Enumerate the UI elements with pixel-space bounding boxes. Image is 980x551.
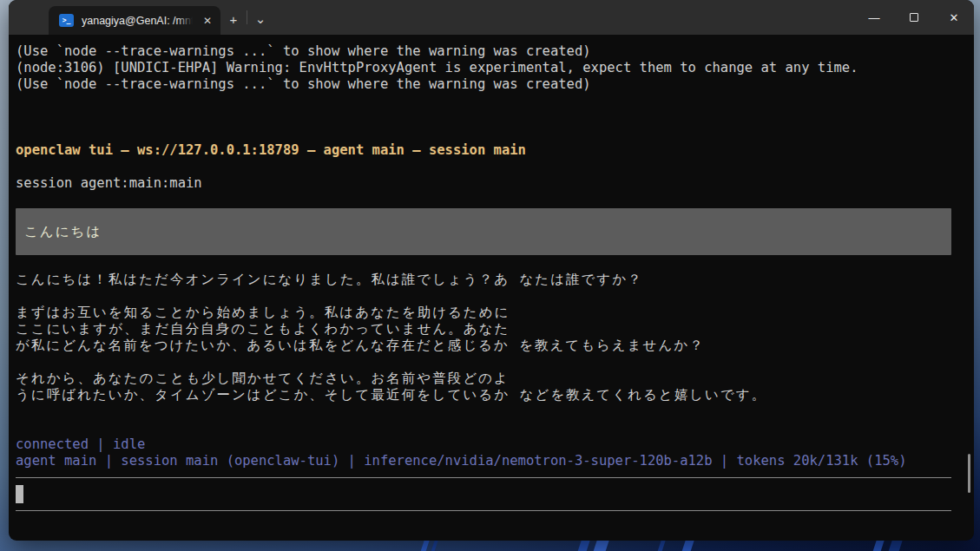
session-line: session agent:main:main bbox=[16, 175, 951, 192]
assistant-reply-line: お互いを知ることで、より良い協調ができるはずです。リラックスして 、おしゃべりし… bbox=[16, 420, 951, 436]
warning-line: (Use `node --trace-warnings ...` to show… bbox=[16, 76, 951, 93]
assistant-reply-line: まずはお互いを知ることから始めましょう。私はあなたを助けるために bbox=[16, 305, 951, 321]
blank-line bbox=[16, 126, 951, 142]
wallpaper-streak bbox=[682, 539, 695, 551]
wsl-shell-icon: >_ bbox=[59, 14, 74, 27]
new-tab-button[interactable]: + bbox=[220, 3, 247, 35]
maximize-button[interactable] bbox=[894, 0, 934, 35]
window-controls: — ✕ bbox=[854, 0, 974, 35]
assistant-reply-line: ここにいますが、まだ自分自身のこともよくわかっていません。あなた bbox=[16, 321, 951, 338]
blank-line bbox=[16, 255, 951, 272]
agent-status-line: agent main | session main (openclaw-tui)… bbox=[16, 453, 951, 469]
terminal-input[interactable] bbox=[16, 477, 951, 511]
maximize-icon bbox=[910, 13, 918, 22]
warning-line: (node:3106) [UNDICI-EHPA] Warning: EnvHt… bbox=[16, 60, 951, 76]
tab-close-icon[interactable]: ✕ bbox=[201, 13, 214, 29]
user-message-text: こんにちは bbox=[24, 223, 102, 241]
wallpaper-streak bbox=[594, 539, 610, 551]
wallpaper-streak bbox=[431, 539, 439, 551]
minimize-button[interactable]: — bbox=[854, 0, 894, 35]
terminal-screen[interactable]: (Use `node --trace-warnings ...` to show… bbox=[9, 35, 974, 541]
terminal-tab[interactable]: >_ yanagiya@GenAI: /mnt/c/User ✕ bbox=[49, 6, 220, 35]
tab-dropdown-button[interactable]: ⌄ bbox=[247, 3, 273, 35]
titlebar[interactable]: >_ yanagiya@GenAI: /mnt/c/User ✕ + ⌄ — ✕ bbox=[9, 0, 974, 35]
warning-line: (Use `node --trace-warnings ...` to show… bbox=[16, 43, 951, 60]
scrollbar-thumb[interactable] bbox=[968, 454, 970, 493]
user-message-highlight: こんにちは bbox=[16, 208, 951, 255]
assistant-reply-line: それから、あなたのことも少し聞かせてください。お名前や普段どのよ bbox=[16, 371, 951, 387]
terminal-window: >_ yanagiya@GenAI: /mnt/c/User ✕ + ⌄ — ✕… bbox=[9, 0, 974, 541]
tui-connection-line: openclaw tui — ws://127.0.0.1:18789 — ag… bbox=[16, 142, 951, 159]
wallpaper-streak bbox=[658, 539, 667, 551]
blank-line bbox=[16, 403, 951, 420]
text-cursor bbox=[16, 485, 23, 503]
blank-line bbox=[16, 192, 951, 208]
wallpaper-streak bbox=[578, 539, 591, 551]
openclaw-banner: 🦞OpenClaw2026.3.11(29dc654)— Making 'I'l… bbox=[16, 109, 951, 126]
blank-line bbox=[16, 93, 951, 109]
blank-line bbox=[16, 354, 951, 371]
assistant-reply-line: が私にどんな名前をつけたいか、あるいは私をどんな存在だと感じるか を教えてもらえ… bbox=[16, 338, 951, 354]
tab-title: yanagiya@GenAI: /mnt/c/User bbox=[82, 15, 193, 27]
wallpaper-streak bbox=[421, 539, 431, 551]
wallpaper-streak bbox=[873, 539, 885, 551]
wallpaper-streak bbox=[889, 539, 904, 551]
blank-line bbox=[16, 159, 951, 175]
connection-status-line: connected | idle bbox=[16, 436, 951, 453]
assistant-reply-line: こんにちは！私はただ今オンラインになりました。私は誰でしょう？あ なたは誰ですか… bbox=[16, 272, 951, 288]
desktop: { "titlebar": { "tab_title": "yanagiya@G… bbox=[0, 0, 980, 551]
assistant-reply-line: うに呼ばれたいか、タイムゾーンはどこか、そして最近何をしているか などを教えてく… bbox=[16, 387, 951, 403]
blank-line bbox=[16, 288, 951, 305]
close-button[interactable]: ✕ bbox=[934, 0, 974, 35]
